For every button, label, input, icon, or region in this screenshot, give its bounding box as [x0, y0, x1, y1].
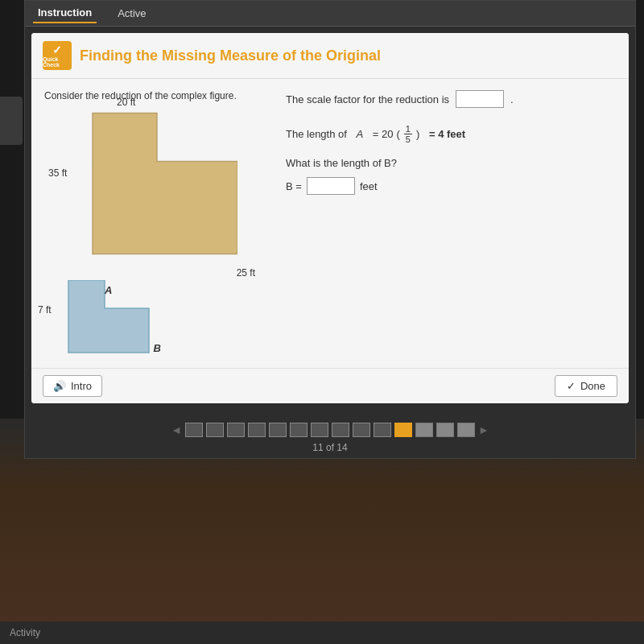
scale-factor-input[interactable]: [456, 90, 504, 108]
quick-check-label: Quick Check: [43, 56, 72, 68]
done-button[interactable]: ✓ Done: [555, 375, 617, 397]
label-20ft: 20 ft: [117, 97, 135, 108]
content-card: ✓ Quick Check Finding the Missing Measur…: [31, 33, 629, 403]
card-body: Consider the reduction of the complex fi…: [31, 79, 629, 372]
nav-bar: Instruction Active: [25, 1, 635, 27]
b-input-row: B = feet: [286, 177, 616, 195]
done-label: Done: [580, 380, 605, 392]
progress-dot-14[interactable]: [457, 423, 475, 437]
l-shape-large-svg: [76, 111, 254, 259]
progress-dot-2[interactable]: [206, 423, 224, 437]
label-35ft: 35 ft: [48, 167, 67, 179]
length-a-var: A: [357, 128, 364, 140]
progress-dot-3[interactable]: [227, 423, 245, 437]
prev-arrow[interactable]: ◄: [171, 423, 182, 436]
right-panel: The scale factor for the reduction is . …: [286, 90, 616, 361]
label-a: A: [105, 284, 112, 296]
screen-container: Instruction Active ✓ Quick Check Finding…: [0, 0, 644, 644]
progress-bar-container: ◄ ►: [25, 416, 635, 440]
progress-dot-13[interactable]: [436, 423, 454, 437]
card-title: Finding the Missing Measure of the Origi…: [80, 47, 381, 64]
fraction-denominator: 5: [404, 134, 412, 144]
label-b: B: [154, 342, 161, 354]
eq-20: = 20: [373, 128, 394, 140]
progress-section: ◄ ► 11 of 14: [25, 410, 635, 455]
math-line: The length of A = 20 ( 1 5 ): [286, 124, 616, 144]
length-a-result: = 4 feet: [429, 128, 465, 140]
nav-instruction[interactable]: Instruction: [33, 3, 97, 23]
side-indicator: [0, 97, 23, 145]
check-icon: ✓: [52, 43, 62, 56]
app-window: Instruction Active ✓ Quick Check Finding…: [24, 0, 636, 459]
consider-text: Consider the reduction of the complex fi…: [44, 90, 270, 101]
speaker-icon: 🔊: [53, 380, 66, 392]
question-b-text: What is the length of B?: [286, 157, 616, 169]
left-panel: Consider the reduction of the complex fi…: [44, 90, 270, 361]
label-25ft: 25 ft: [237, 267, 255, 279]
fraction: 1 5: [404, 124, 412, 144]
progress-dot-9[interactable]: [353, 423, 370, 437]
label-7ft: 7 ft: [38, 304, 52, 316]
progress-dot-7[interactable]: [311, 423, 328, 437]
next-arrow[interactable]: ►: [478, 423, 489, 436]
progress-dot-8[interactable]: [332, 423, 349, 437]
activity-bar: Activity: [0, 621, 644, 644]
progress-dot-4[interactable]: [248, 423, 266, 437]
length-a-prefix: The length of: [286, 128, 347, 140]
intro-label: Intro: [71, 380, 92, 392]
progress-dot-12[interactable]: [415, 423, 433, 437]
scale-factor-text: The scale factor for the reduction is: [286, 93, 449, 105]
open-paren: (: [396, 128, 399, 140]
progress-dot-1[interactable]: [185, 423, 203, 437]
svg-marker-0: [93, 114, 237, 254]
activity-label: Activity: [10, 627, 40, 638]
done-check-icon: ✓: [567, 380, 576, 392]
large-figure: 35 ft 20 ft 25 ft: [76, 111, 254, 264]
b-input[interactable]: [307, 177, 355, 195]
b-unit: feet: [360, 180, 378, 192]
period: .: [510, 93, 514, 105]
progress-dot-10[interactable]: [374, 423, 391, 437]
progress-label: 11 of 14: [25, 442, 635, 453]
quick-check-icon: ✓ Quick Check: [43, 41, 72, 70]
small-figure: 7 ft A B: [60, 280, 165, 361]
intro-button[interactable]: 🔊 Intro: [43, 375, 102, 397]
scale-factor-row: The scale factor for the reduction is .: [286, 90, 616, 108]
fraction-numerator: 1: [404, 124, 412, 134]
close-result: ): [416, 128, 419, 140]
card-header: ✓ Quick Check Finding the Missing Measur…: [31, 33, 629, 79]
nav-active[interactable]: Active: [113, 4, 151, 23]
card-footer: 🔊 Intro ✓ Done: [31, 368, 629, 403]
progress-dot-11[interactable]: [394, 423, 412, 437]
progress-dot-6[interactable]: [290, 423, 308, 437]
length-a-row: The length of A = 20 ( 1 5 ): [286, 124, 616, 144]
progress-dot-5[interactable]: [269, 423, 287, 437]
b-label: B =: [286, 180, 302, 192]
